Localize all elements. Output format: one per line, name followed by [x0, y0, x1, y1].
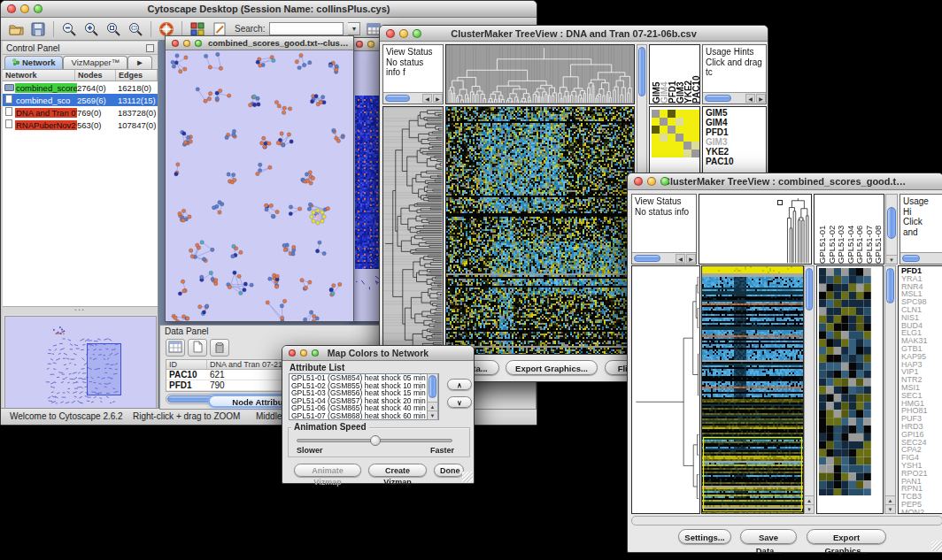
- column-label[interactable]: GPL51-06 (GSM865): [853, 195, 863, 264]
- scroll-up-arrow[interactable]: ▲: [885, 495, 895, 504]
- scroll-up-arrow[interactable]: ▲: [428, 402, 437, 410]
- save-data-button[interactable]: Save Data...: [740, 529, 797, 544]
- col-nodes[interactable]: Nodes: [75, 70, 116, 81]
- select-attributes-button[interactable]: [166, 339, 185, 357]
- search-dropdown-button[interactable]: ▼: [348, 22, 360, 35]
- attribute-item[interactable]: GPL51-07 (GSM868) heat shock 60 min: [291, 412, 438, 420]
- move-up-button[interactable]: ∧: [447, 379, 472, 390]
- zoom-selected-button[interactable]: [104, 20, 122, 38]
- slider-thumb[interactable]: [370, 435, 381, 446]
- gene-label[interactable]: PFD1: [706, 127, 766, 137]
- minimize-button[interactable]: [20, 4, 29, 13]
- col-edges[interactable]: Edges: [116, 70, 158, 81]
- column-label[interactable]: GPL51-07 (GSM868): [863, 195, 873, 264]
- minimize-button[interactable]: [367, 41, 374, 48]
- row-dendrogram-canvas[interactable]: [382, 106, 444, 355]
- save-session-button[interactable]: [29, 20, 47, 38]
- tab-network[interactable]: Network: [4, 56, 63, 69]
- column-label[interactable]: GPL51-01 (GSM854): [816, 195, 826, 264]
- gene-label[interactable]: YKE2: [706, 147, 766, 157]
- network-row[interactable]: RNAPuberNov2+! 563(0) 107847(0): [3, 119, 158, 131]
- scrollbar-thumb[interactable]: [806, 268, 813, 311]
- col-id[interactable]: ID: [166, 360, 207, 369]
- scrollbar-thumb[interactable]: [385, 95, 410, 102]
- column-label[interactable]: YKE2: [683, 45, 691, 104]
- column-label[interactable]: GIM4: [660, 45, 668, 104]
- search-input[interactable]: [269, 22, 344, 35]
- minimize-button[interactable]: [647, 177, 656, 186]
- treeview2-titlebar[interactable]: ClusterMaker TreeView : combined_scores_…: [628, 173, 942, 190]
- main-titlebar[interactable]: Cytoscape Desktop (Session Name: collins…: [1, 1, 537, 18]
- column-label[interactable]: GIM5: [652, 45, 660, 104]
- zoom-window-button[interactable]: [312, 349, 319, 357]
- scroll-right-arrow[interactable]: ▶: [756, 94, 766, 103]
- delete-attribute-button[interactable]: [210, 339, 229, 357]
- scroll-left-arrow[interactable]: ◀: [676, 254, 685, 263]
- minimize-button[interactable]: [399, 29, 408, 38]
- resize-grip[interactable]: [931, 541, 942, 551]
- zoom-fit-button[interactable]: [127, 20, 144, 38]
- labels-vscrollbar[interactable]: ▼: [885, 194, 898, 265]
- column-label[interactable]: GPL51-03 (GSM856): [835, 195, 845, 264]
- frame1-titlebar[interactable]: combined_scores_good.txt--cluste...: [166, 36, 353, 50]
- gene-label[interactable]: GIM4: [706, 118, 766, 127]
- close-button[interactable]: [172, 40, 179, 47]
- column-label[interactable]: GIM3: [676, 45, 683, 104]
- resize-grip[interactable]: [462, 472, 473, 482]
- heatmap-vscrollbar[interactable]: ▲ ▼: [804, 265, 815, 514]
- similarity-matrix[interactable]: [652, 110, 699, 157]
- scrollbar-thumb[interactable]: [902, 255, 920, 262]
- float-panel-icon[interactable]: [146, 44, 154, 52]
- done-button[interactable]: Done: [434, 464, 464, 477]
- network-row[interactable]: DNA and Tran 07 769(0) 183728(0): [3, 106, 158, 119]
- create-attribute-button[interactable]: [188, 339, 207, 357]
- zoom-window-button[interactable]: [195, 40, 202, 47]
- scroll-right-arrow[interactable]: ▶: [433, 94, 443, 103]
- close-button[interactable]: [634, 177, 643, 186]
- gene-label[interactable]: PAC10: [706, 157, 766, 166]
- close-button[interactable]: [386, 29, 395, 38]
- column-dendrogram-canvas[interactable]: [699, 194, 812, 265]
- zoom-heatmap-canvas[interactable]: [818, 267, 871, 495]
- scrollbar-thumb[interactable]: [429, 375, 436, 398]
- close-button[interactable]: [356, 41, 363, 48]
- column-label[interactable]: GPL51-08 (GSM872): [872, 195, 882, 264]
- usage-hscrollbar[interactable]: ◀▶: [703, 92, 766, 104]
- zoom-window-button[interactable]: [34, 4, 42, 13]
- network-row[interactable]: combined_scores 2764(0) 16218(0): [3, 81, 158, 94]
- scroll-down-arrow[interactable]: ▼: [885, 504, 895, 513]
- gene-label[interactable]: GIM3: [706, 137, 766, 147]
- scrollbar-thumb[interactable]: [887, 207, 896, 239]
- heatmap-canvas[interactable]: [701, 265, 804, 514]
- scroll-down-arrow[interactable]: ▼: [886, 255, 897, 264]
- scroll-right-arrow[interactable]: ▶: [686, 254, 696, 263]
- status-hscrollbar[interactable]: ◀▶: [383, 92, 443, 104]
- close-button[interactable]: [7, 4, 16, 13]
- scrollbar-thumb[interactable]: [634, 255, 660, 262]
- tab-vizmapper[interactable]: VizMapper™: [63, 56, 127, 69]
- col-network[interactable]: Network: [3, 70, 75, 81]
- export-graphics-button[interactable]: Export Graphics...: [506, 360, 598, 375]
- zoom-vscrollbar[interactable]: ▲ ▼: [884, 265, 896, 514]
- dialog-titlebar[interactable]: Map Colors to Network: [282, 346, 474, 361]
- column-dendrogram-canvas[interactable]: [445, 44, 635, 104]
- zoom-out-button[interactable]: [60, 20, 78, 38]
- scrollbar-thumb[interactable]: [705, 95, 731, 102]
- network-overview-canvas[interactable]: [4, 316, 157, 409]
- minimize-button[interactable]: [300, 349, 307, 357]
- zoom-window-button[interactable]: [413, 29, 421, 38]
- treeview2-hscrollbar[interactable]: [631, 516, 942, 525]
- move-down-button[interactable]: ∨: [447, 396, 472, 408]
- usage-hscrollbar[interactable]: [900, 252, 942, 264]
- gene-label[interactable]: MON2: [901, 509, 942, 514]
- gene-label[interactable]: GIM5: [706, 108, 766, 118]
- minimize-button[interactable]: [183, 40, 190, 47]
- attribute-list[interactable]: GPL51-01 (GSM854) heat shock 05 minGPL51…: [289, 373, 439, 420]
- tab-overflow[interactable]: ►: [127, 56, 151, 69]
- scroll-up-arrow[interactable]: ▲: [805, 495, 814, 504]
- network-row[interactable]: combined_sco 2569(6) 13112(15): [3, 94, 158, 106]
- treeview1-titlebar[interactable]: ClusterMaker TreeView : DNA and Tran 07-…: [380, 26, 768, 42]
- export-graphics-button[interactable]: Export Graphics...: [807, 529, 886, 544]
- animation-speed-slider[interactable]: [297, 439, 452, 442]
- settings-button[interactable]: Settings...: [678, 529, 731, 544]
